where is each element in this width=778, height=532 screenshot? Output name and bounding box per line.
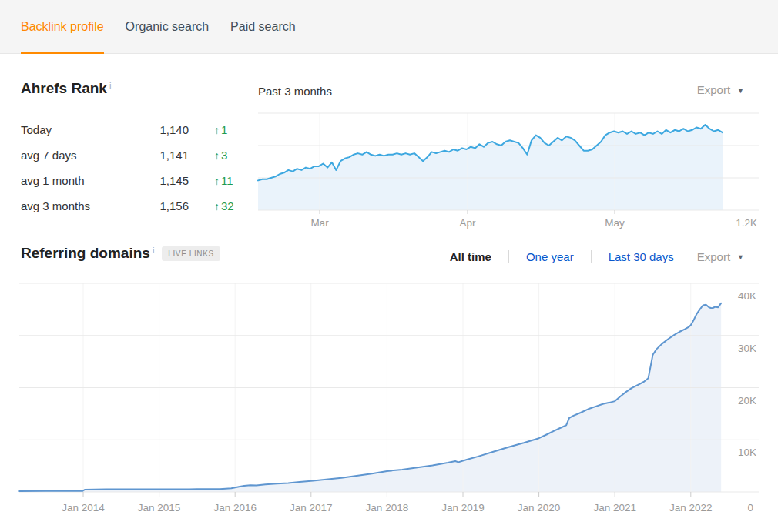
export-label: Export <box>697 83 730 96</box>
export-button-rank-chart[interactable]: Export ▼ <box>697 83 744 96</box>
referring-domains-chart[interactable]: Jan 2014Jan 2015Jan 2016Jan 2017Jan 2018… <box>19 283 759 514</box>
filter-last-30-days[interactable]: Last 30 days <box>609 250 674 263</box>
svg-text:Jan 2018: Jan 2018 <box>366 502 409 514</box>
ahrefs-rank-title: Ahrefs Ranki <box>21 79 111 98</box>
rank-chart-title: Past 3 months <box>258 85 332 98</box>
table-row-avg-3-months: avg 3 months 1,156 ↑32 <box>21 193 252 219</box>
svg-text:40K: 40K <box>738 290 756 302</box>
svg-text:30K: 30K <box>738 343 756 354</box>
row-change: ↑32 <box>214 199 234 212</box>
rank-trend-chart[interactable]: MarAprMay1.2K <box>258 113 759 229</box>
svg-text:0: 0 <box>747 502 753 514</box>
ahrefs-rank-title-text: Ahrefs Rank <box>21 80 107 96</box>
arrow-up-icon: ↑ <box>214 124 220 136</box>
time-range-filters: All time One year Last 30 days Export ▼ <box>450 247 744 266</box>
arrow-up-icon: ↑ <box>214 200 220 212</box>
svg-text:Jan 2016: Jan 2016 <box>213 502 257 514</box>
live-links-badge: LIVE LINKS <box>162 246 220 261</box>
svg-text:Jan 2021: Jan 2021 <box>593 502 636 514</box>
svg-text:1.2K: 1.2K <box>736 217 757 229</box>
table-row-today: Today 1,140 ↑1 <box>21 117 252 142</box>
svg-text:Mar: Mar <box>310 217 329 229</box>
chevron-down-icon: ▼ <box>737 253 744 261</box>
svg-text:Jan 2017: Jan 2017 <box>290 502 333 514</box>
filter-all-time[interactable]: All time <box>450 250 491 263</box>
filter-divider <box>591 250 592 263</box>
row-change: ↑11 <box>214 174 233 187</box>
tab-backlink-profile[interactable]: Backlink profile <box>21 0 104 53</box>
info-icon[interactable]: i <box>109 81 111 90</box>
ahrefs-site-explorer-panel: Backlink profile Organic search Paid sea… <box>0 0 778 532</box>
tab-organic-search[interactable]: Organic search <box>126 0 210 53</box>
tab-paid-search[interactable]: Paid search <box>230 0 296 53</box>
svg-text:Apr: Apr <box>459 217 476 229</box>
row-value: 1,145 <box>135 174 189 187</box>
tab-bar: Backlink profile Organic search Paid sea… <box>0 0 778 54</box>
chevron-down-icon: ▼ <box>737 87 744 95</box>
info-icon[interactable]: i <box>153 246 154 255</box>
table-row-avg-1-month: avg 1 month 1,145 ↑11 <box>21 168 252 193</box>
filter-divider <box>508 250 509 263</box>
svg-text:Jan 2020: Jan 2020 <box>518 502 561 514</box>
svg-text:Jan 2022: Jan 2022 <box>669 502 713 514</box>
change-value: 1 <box>221 123 227 136</box>
change-value: 3 <box>221 149 227 162</box>
row-value: 1,141 <box>135 149 189 162</box>
row-value: 1,156 <box>135 199 189 212</box>
arrow-up-icon: ↑ <box>214 175 220 187</box>
filter-one-year[interactable]: One year <box>526 250 574 263</box>
svg-text:Jan 2014: Jan 2014 <box>62 502 105 514</box>
row-label: avg 7 days <box>21 149 135 162</box>
ahrefs-rank-table: Today 1,140 ↑1 avg 7 days 1,141 ↑3 avg 1… <box>21 117 252 219</box>
row-change: ↑3 <box>214 149 227 162</box>
row-label: avg 3 months <box>21 199 135 212</box>
svg-text:Jan 2015: Jan 2015 <box>138 502 181 514</box>
svg-text:20K: 20K <box>738 395 756 407</box>
table-row-avg-7-days: avg 7 days 1,141 ↑3 <box>21 142 252 168</box>
referring-domains-title-text: Referring domains <box>21 245 150 261</box>
referring-domains-section-header: Referring domainsi LIVE LINKS <box>21 244 220 263</box>
arrow-up-icon: ↑ <box>214 149 220 162</box>
svg-text:10K: 10K <box>738 447 756 458</box>
referring-domains-title: Referring domainsi <box>21 244 154 263</box>
row-change: ↑1 <box>214 123 227 136</box>
row-label: avg 1 month <box>21 174 135 187</box>
svg-text:May: May <box>605 217 625 229</box>
export-label: Export <box>697 250 730 263</box>
ahrefs-rank-section-header: Ahrefs Ranki <box>21 79 111 98</box>
svg-text:Jan 2019: Jan 2019 <box>441 502 485 514</box>
export-button-domains-chart[interactable]: Export ▼ <box>697 250 744 263</box>
row-value: 1,140 <box>135 123 189 136</box>
row-label: Today <box>21 123 135 136</box>
change-value: 32 <box>221 199 234 212</box>
change-value: 11 <box>221 174 233 187</box>
